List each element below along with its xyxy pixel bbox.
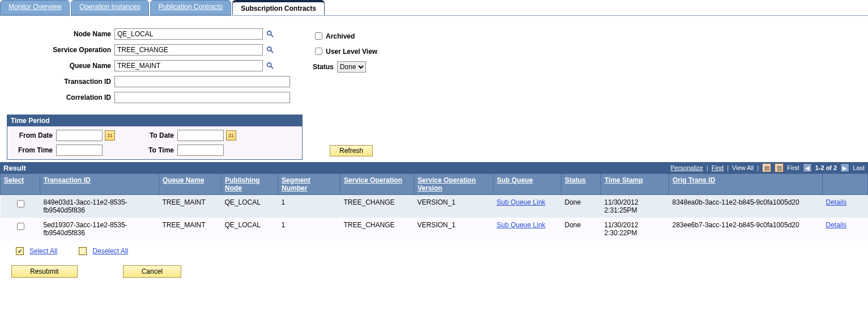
sub-queue-link[interactable]: Sub Queue Link (497, 221, 546, 229)
transaction-id-input[interactable] (114, 76, 290, 87)
from-date-input[interactable] (56, 130, 103, 141)
to-date-label: To Date (132, 131, 177, 139)
table-row: 5ed19307-3acc-11e2-8535-fb9540d5f836 TRE… (1, 218, 868, 240)
resubmit-button[interactable]: Resubmit (11, 265, 78, 278)
col-transaction-id[interactable]: Transaction ID (40, 174, 159, 195)
tab-monitor-overview[interactable]: Monitor Overview (0, 0, 70, 15)
cell-queue: TREE_MAINT (159, 218, 222, 240)
last-link[interactable]: Last (853, 164, 865, 171)
row-select-checkbox[interactable] (17, 223, 24, 230)
personalize-link[interactable]: Personalize (671, 164, 703, 171)
select-all-icon[interactable]: ✔ (16, 247, 24, 255)
status-label: Status (313, 63, 334, 71)
zoom-icon[interactable]: ▤ (762, 163, 771, 172)
view-all-link[interactable]: View All (732, 164, 754, 171)
cell-pubnode: QE_LOCAL (222, 218, 278, 240)
next-page-icon[interactable]: ▶ (840, 163, 849, 172)
cell-orig: 8348ea0b-3acc-11e2-b845-9c0fa1005d20 (669, 195, 823, 218)
svg-point-4 (267, 63, 271, 67)
cell-status: Done (561, 218, 601, 240)
transaction-id-label: Transaction ID (7, 78, 114, 86)
range-text: 1-2 of 2 (815, 164, 837, 171)
col-time-stamp[interactable]: Time Stamp (601, 174, 669, 195)
user-level-view-label: User Level View (326, 48, 377, 56)
time-period-box: Time Period From Date 31 From Time To Da… (7, 114, 303, 160)
download-icon[interactable]: ▥ (775, 163, 784, 172)
node-name-input[interactable] (114, 28, 263, 40)
to-date-calendar-icon[interactable]: 31 (226, 130, 236, 141)
row-select-checkbox[interactable] (17, 200, 24, 207)
cell-svcop: TREE_CHANGE (341, 195, 414, 218)
col-details (823, 174, 868, 195)
sub-queue-link[interactable]: Sub Queue Link (497, 198, 546, 206)
queue-name-lookup-icon[interactable] (265, 61, 275, 71)
service-operation-input[interactable] (114, 44, 263, 56)
col-segment-number[interactable]: Segment Number (278, 174, 341, 195)
col-service-operation-version[interactable]: Service Operation Version (414, 174, 493, 195)
queue-name-label: Queue Name (7, 62, 114, 70)
select-all-link[interactable]: Select All (29, 247, 57, 255)
details-link[interactable]: Details (826, 221, 847, 229)
archived-label: Archived (326, 32, 355, 40)
svg-point-0 (267, 31, 271, 35)
tab-operation-instances[interactable]: Operation Instances (71, 0, 148, 15)
deselect-all-icon[interactable] (79, 247, 87, 255)
col-sub-queue[interactable]: Sub Queue (493, 174, 561, 195)
cancel-button[interactable]: Cancel (123, 265, 181, 278)
result-toolbar: Personalize | Find | View All | ▤ ▥ Firs… (671, 163, 865, 172)
service-operation-label: Service Operation (7, 46, 114, 54)
cell-txn: 5ed19307-3acc-11e2-8535-fb9540d5f836 (40, 218, 159, 240)
result-header: Result Personalize | Find | View All | ▤… (0, 162, 868, 173)
archived-checkbox[interactable] (315, 32, 322, 40)
correlation-id-label: Correlation ID (7, 94, 114, 101)
correlation-id-input[interactable] (114, 92, 290, 103)
cell-svcver: VERSION_1 (414, 218, 493, 240)
cell-svcop: TREE_CHANGE (341, 218, 414, 240)
cell-orig: 283ee6b7-3acc-11e2-b845-9c0fa1005d20 (669, 218, 823, 240)
user-level-view-checkbox[interactable] (315, 48, 322, 55)
col-select[interactable]: Select (1, 174, 40, 195)
details-link[interactable]: Details (826, 198, 847, 206)
find-link[interactable]: Find (712, 164, 724, 171)
first-link[interactable]: First (787, 164, 799, 171)
col-service-operation[interactable]: Service Operation (341, 174, 414, 195)
from-date-calendar-icon[interactable]: 31 (105, 130, 115, 141)
cell-ts: 11/30/2012 2:30:22PM (601, 218, 669, 240)
cell-queue: TREE_MAINT (159, 195, 222, 218)
tabs-underline (0, 15, 868, 16)
tab-publication-contracts[interactable]: Publication Contracts (150, 0, 231, 15)
svg-line-1 (271, 35, 273, 37)
status-select[interactable]: Done (337, 61, 366, 73)
select-links-row: ✔ Select All Deselect All (0, 240, 868, 261)
result-table: Select Transaction ID Queue Name Publish… (0, 173, 868, 240)
cell-seg: 1 (278, 195, 341, 218)
col-queue-name[interactable]: Queue Name (159, 174, 222, 195)
from-date-label: From Date (11, 131, 56, 139)
tabs-bar: Monitor Overview Operation Instances Pub… (0, 0, 868, 15)
prev-page-icon[interactable]: ◀ (803, 163, 812, 172)
col-status[interactable]: Status (561, 174, 601, 195)
to-date-input[interactable] (177, 130, 224, 141)
tab-subscription-contracts[interactable]: Subscription Contracts (232, 0, 325, 15)
from-time-label: From Time (11, 146, 56, 154)
col-orig-trans-id[interactable]: Orig Trans ID (669, 174, 823, 195)
filter-area: Node Name Service Operation Queue Name T… (0, 26, 868, 112)
to-time-label: To Time (132, 146, 177, 154)
table-row: 849e03d1-3acc-11e2-8535-fb9540d5f836 TRE… (1, 195, 868, 218)
svg-point-2 (267, 47, 271, 51)
service-operation-lookup-icon[interactable] (265, 45, 275, 55)
col-publishing-node[interactable]: Publishing Node (222, 174, 278, 195)
filters-right: Archived User Level View Status Done (313, 28, 377, 108)
queue-name-input[interactable] (114, 60, 263, 71)
deselect-all-link[interactable]: Deselect All (92, 247, 128, 255)
time-period-title: Time Period (7, 115, 302, 126)
cell-pubnode: QE_LOCAL (222, 195, 278, 218)
result-title: Result (3, 164, 26, 172)
node-name-label: Node Name (7, 30, 114, 38)
from-time-input[interactable] (56, 145, 103, 156)
to-time-input[interactable] (177, 145, 224, 156)
refresh-button[interactable]: Refresh (330, 145, 373, 156)
cell-ts: 11/30/2012 2:31:25PM (601, 195, 669, 218)
cell-svcver: VERSION_1 (414, 195, 493, 218)
node-name-lookup-icon[interactable] (265, 29, 275, 39)
